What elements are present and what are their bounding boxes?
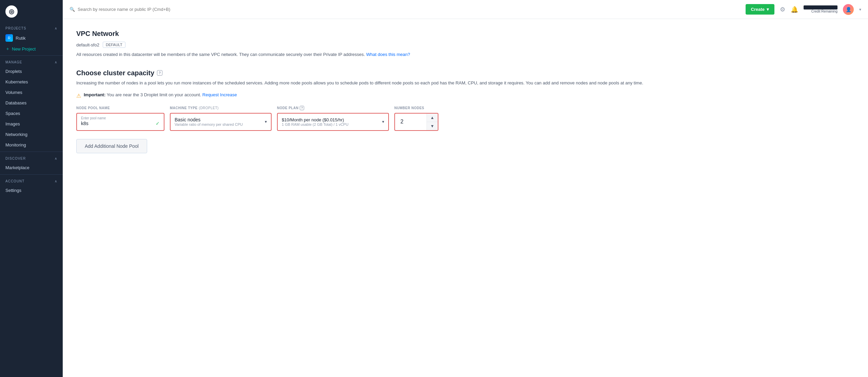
sidebar-item-monitoring[interactable]: Monitoring [0, 140, 63, 150]
node-pool-headers: NODE POOL NAME MACHINE TYPE (DROPLET) NO… [76, 106, 854, 110]
sidebar-item-spaces[interactable]: Spaces [0, 108, 63, 119]
sidebar-item-rutik[interactable]: R Rutik [0, 32, 63, 44]
logo-icon: ◎ [5, 5, 18, 18]
pool-name-input-wrap: Enter pool name k8s ✓ [76, 113, 164, 131]
vpc-link[interactable]: What does this mean? [366, 52, 410, 57]
decrement-button[interactable]: ▼ [427, 122, 438, 130]
projects-chevron-icon: ∧ [55, 26, 57, 30]
col-header-pool-name: NODE POOL NAME [76, 106, 164, 110]
help-icon[interactable]: ? [157, 70, 162, 76]
node-plan-dropdown[interactable]: $10/Month per node ($0.015/hr) 1 GB RAM … [277, 113, 389, 131]
node-plan-help-icon[interactable]: ? [300, 106, 304, 110]
content-area: VPC Network default-sfo2 DEFAULT All res… [63, 19, 868, 377]
search-bar: 🔍 [70, 7, 742, 12]
check-icon: ✓ [156, 121, 160, 126]
stepper-buttons: ▲ ▼ [427, 114, 438, 130]
warning-text: You are near the 3 Droplet limit on your… [107, 92, 201, 97]
sidebar-item-marketplace[interactable]: Marketplace [0, 162, 63, 173]
account-chevron-icon: ∧ [55, 179, 57, 183]
number-nodes-stepper: 2 ▲ ▼ [394, 113, 438, 131]
rutik-icon: R [5, 34, 13, 42]
plus-icon: ＋ [5, 46, 10, 52]
sidebar-item-settings[interactable]: Settings [0, 185, 63, 196]
credit-label: Credit Remaining [804, 9, 837, 13]
create-button[interactable]: Create ▾ [746, 4, 774, 15]
avatar[interactable]: 👤 [843, 4, 854, 15]
vpc-section: VPC Network default-sfo2 DEFAULT All res… [76, 30, 854, 58]
discover-section-header: DISCOVER ∧ [0, 153, 63, 162]
increment-button[interactable]: ▲ [427, 114, 438, 122]
credit-bar [804, 5, 837, 9]
col-header-machine-type: MACHINE TYPE (DROPLET) [170, 106, 272, 110]
col-header-node-plan: NODE PLAN ? [277, 106, 389, 110]
credit-block: Credit Remaining [804, 5, 837, 13]
sidebar-item-volumes[interactable]: Volumes [0, 87, 63, 98]
search-input[interactable] [78, 7, 179, 12]
cluster-description: Increasing the number of nodes in a pool… [76, 80, 854, 87]
node-count-value: 2 [395, 119, 409, 125]
vpc-badge: DEFAULT [103, 42, 125, 48]
sidebar: ◎ PROJECTS ∧ R Rutik ＋ New Project MANAG… [0, 0, 63, 377]
node-plan-sub: 1 GB RAM usable (2 GB Total) / 1 vCPU [282, 122, 349, 126]
sidebar-item-databases[interactable]: Databases [0, 98, 63, 108]
vpc-title: VPC Network [76, 30, 854, 38]
topnav: 🔍 Create ▾ ⚙ 🔔 Credit Remaining 👤 ▾ [63, 0, 868, 19]
cluster-capacity-title: Choose cluster capacity ? [76, 69, 854, 77]
sidebar-item-new-project[interactable]: ＋ New Project [0, 44, 63, 54]
topnav-right: Create ▾ ⚙ 🔔 Credit Remaining 👤 ▾ [746, 4, 861, 15]
account-chevron-icon[interactable]: ▾ [859, 7, 861, 12]
warning-icon: ⚠ [76, 93, 81, 99]
cluster-capacity-section: Choose cluster capacity ? Increasing the… [76, 69, 854, 153]
account-section-header: ACCOUNT ∧ [0, 176, 63, 185]
pool-name-value[interactable]: k8s [81, 121, 88, 126]
machine-type-chevron-icon: ▾ [265, 119, 267, 124]
warning-banner: ⚠ Important: You are near the 3 Droplet … [76, 92, 854, 99]
sidebar-item-kubernetes[interactable]: Kubernetes [0, 77, 63, 87]
bell-icon[interactable]: 🔔 [791, 6, 798, 13]
sidebar-logo[interactable]: ◎ [0, 0, 63, 23]
machine-type-main: Basic nodes [175, 117, 243, 122]
projects-section-header: PROJECTS ∧ [0, 23, 63, 32]
col-header-number-nodes: NUMBER NODES [394, 106, 438, 110]
sidebar-item-images[interactable]: Images [0, 119, 63, 129]
machine-type-dropdown[interactable]: Basic nodes Variable ratio of memory per… [170, 113, 272, 131]
discover-chevron-icon: ∧ [55, 157, 57, 160]
warning-important: Important: [84, 92, 105, 97]
vpc-description: All resources created in this datacenter… [76, 51, 854, 58]
pool-name-label: Enter pool name [81, 116, 160, 120]
machine-type-sub: Variable ratio of memory per shared CPU [175, 122, 243, 126]
chevron-down-icon: ▾ [767, 7, 769, 12]
sidebar-item-droplets[interactable]: Droplets [0, 66, 63, 77]
node-plan-chevron-icon: ▾ [382, 119, 384, 124]
manage-chevron-icon: ∧ [55, 60, 57, 64]
node-plan-main: $10/Month per node ($0.015/hr) [282, 117, 349, 122]
add-node-pool-button[interactable]: Add Additional Node Pool [76, 139, 147, 153]
sidebar-item-networking[interactable]: Networking [0, 129, 63, 140]
vpc-name: default-sfo2 [76, 42, 99, 47]
vpc-row: default-sfo2 DEFAULT [76, 42, 854, 48]
request-increase-link[interactable]: Request Increase [202, 92, 237, 97]
settings-icon[interactable]: ⚙ [780, 6, 785, 13]
search-icon: 🔍 [70, 7, 75, 12]
main-wrapper: 🔍 Create ▾ ⚙ 🔔 Credit Remaining 👤 ▾ VPC … [63, 0, 868, 377]
manage-section-header: MANAGE ∧ [0, 57, 63, 66]
node-pool-row: Enter pool name k8s ✓ Basic nodes Variab… [76, 113, 854, 131]
